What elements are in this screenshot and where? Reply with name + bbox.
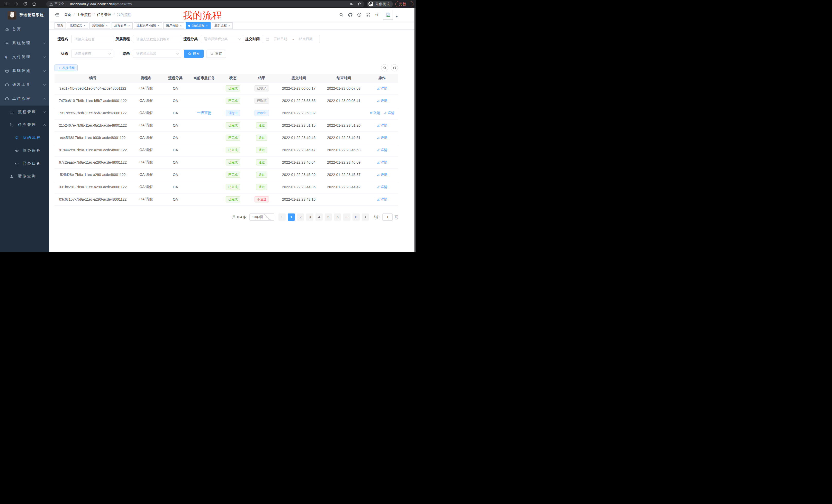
- page-button[interactable]: 11: [353, 214, 360, 221]
- prev-page-button[interactable]: [279, 214, 286, 221]
- detail-link[interactable]: 详情: [377, 197, 387, 202]
- breadcrumb-item[interactable]: 任务管理: [97, 12, 111, 17]
- url-bar[interactable]: 不安全 dashboard.yudao.iocoder.cn/bpm/task/…: [46, 1, 364, 7]
- tab-item[interactable]: 流程定义×: [67, 22, 88, 29]
- github-icon[interactable]: [348, 12, 353, 17]
- close-icon[interactable]: ×: [106, 24, 108, 27]
- bookmark-star-icon[interactable]: [357, 2, 361, 6]
- chevron-down-icon: [108, 52, 111, 55]
- start-process-button[interactable]: ＋ 发起流程: [54, 64, 78, 71]
- detail-link[interactable]: 详情: [377, 86, 387, 91]
- page-button[interactable]: 5: [325, 214, 332, 221]
- table-cell: OA 请假: [131, 181, 161, 193]
- close-icon[interactable]: ×: [128, 24, 130, 27]
- avatar[interactable]: [383, 10, 393, 20]
- sidebar-item-dashboard[interactable]: 首页: [0, 22, 49, 36]
- process-name-input[interactable]: [71, 35, 113, 43]
- tab-item[interactable]: 首页: [54, 22, 66, 29]
- password-key-icon[interactable]: [350, 2, 354, 6]
- detail-link[interactable]: 详情: [377, 148, 387, 152]
- breadcrumb-item: 我的流程: [117, 12, 131, 17]
- goto-page-input[interactable]: [382, 214, 393, 221]
- page-button[interactable]: 2: [297, 214, 304, 221]
- next-page-button[interactable]: [362, 214, 369, 221]
- close-icon[interactable]: ×: [228, 24, 230, 27]
- scrollbar[interactable]: [414, 8, 416, 252]
- actions-cell: 详情: [366, 156, 398, 169]
- tab-item[interactable]: 发起流程×: [212, 22, 233, 29]
- search-icon[interactable]: [339, 12, 343, 17]
- detail-link[interactable]: 详情: [377, 160, 387, 165]
- kebab-menu-icon[interactable]: ⋮: [408, 2, 412, 6]
- home-icon[interactable]: [32, 2, 36, 6]
- close-icon[interactable]: ×: [158, 24, 160, 27]
- sidebar-item-yen[interactable]: ¥支付管理: [0, 50, 49, 64]
- url-text[interactable]: dashboard.yudao.iocoder.cn/bpm/task/my: [70, 2, 346, 6]
- breadcrumb-item[interactable]: 工作流程: [77, 12, 91, 17]
- refresh-button[interactable]: [391, 64, 398, 72]
- sidebar-item-gear[interactable]: 系统管理: [0, 36, 49, 50]
- action-label: 取消: [373, 111, 380, 115]
- help-icon[interactable]: [357, 12, 362, 17]
- detail-link[interactable]: 详情: [377, 99, 387, 103]
- reset-button[interactable]: 重置: [206, 50, 226, 58]
- table-cell: 2022-01-22 23:46:47: [276, 144, 321, 156]
- fullscreen-icon[interactable]: [366, 12, 370, 17]
- sidebar-logo[interactable]: 芋道管理系统: [0, 8, 49, 22]
- date-start-placeholder: 开始日期: [269, 37, 291, 41]
- tab-active[interactable]: 我的流程×: [186, 22, 211, 29]
- back-icon[interactable]: [5, 2, 9, 6]
- task-link[interactable]: 一级审批: [197, 111, 211, 115]
- sidebar-item-list[interactable]: 流程管理: [0, 106, 49, 118]
- detail-link[interactable]: 详情: [377, 172, 387, 177]
- detail-link[interactable]: 详情: [377, 185, 387, 189]
- sidebar-collapse-icon[interactable]: [54, 12, 59, 17]
- breadcrumb-item[interactable]: 首页: [64, 12, 71, 17]
- page-button[interactable]: 4: [315, 214, 323, 221]
- table-cell: 2022-01-22 23:46:09: [321, 156, 366, 169]
- security-badge[interactable]: 不安全: [54, 2, 64, 6]
- reload-icon[interactable]: [23, 2, 27, 6]
- action-label: 详情: [381, 148, 387, 152]
- eye-open-icon: [15, 149, 19, 152]
- detail-link[interactable]: 详情: [377, 135, 387, 140]
- detail-link[interactable]: 详情: [377, 123, 387, 128]
- close-icon[interactable]: ×: [180, 24, 182, 27]
- forward-icon[interactable]: [14, 2, 18, 6]
- submit-time-label: 提交时间: [243, 37, 263, 41]
- sidebar-item-monitor[interactable]: 基础设施: [0, 64, 49, 78]
- page-button[interactable]: 1: [288, 214, 295, 221]
- tab-item[interactable]: 流程表单-编辑×: [134, 22, 162, 29]
- result-select[interactable]: 请选择流结果: [133, 50, 181, 58]
- sidebar-item-label: 待办任务: [23, 148, 41, 153]
- page-size-select[interactable]: 10条/页: [250, 214, 274, 221]
- sidebar-item-flow[interactable]: 任务管理: [0, 118, 49, 131]
- tab-item[interactable]: 流程表单×: [111, 22, 133, 29]
- close-icon[interactable]: ×: [206, 24, 208, 27]
- table-cell: 已完成: [218, 94, 247, 107]
- process-definition-input[interactable]: [133, 35, 181, 43]
- status-select[interactable]: 请选择状态: [71, 50, 113, 58]
- submit-time-range-picker[interactable]: 开始日期 - 结束日期: [263, 35, 320, 43]
- sidebar-item-eye-open[interactable]: 待办任务: [0, 144, 49, 157]
- sidebar-item-toolbox[interactable]: 研发工具: [0, 78, 49, 92]
- search-button[interactable]: 搜索: [184, 50, 204, 58]
- result-badge: 通过: [256, 159, 267, 165]
- sidebar-item-eye-closed[interactable]: 已办任务: [0, 157, 49, 170]
- show-search-button[interactable]: [381, 64, 388, 72]
- sidebar-item-user[interactable]: 请假查询: [0, 170, 49, 183]
- table-cell: OA 请假: [131, 169, 161, 181]
- chrome-update-button[interactable]: 更新 ⋮: [395, 1, 413, 7]
- cancel-link[interactable]: 取消: [370, 111, 380, 115]
- tab-item[interactable]: 流程模型×: [89, 22, 110, 29]
- page-button[interactable]: 3: [306, 214, 313, 221]
- close-icon[interactable]: ×: [83, 24, 86, 27]
- tab-item[interactable]: 用户分组×: [163, 22, 184, 29]
- avatar-caret-icon[interactable]: [395, 16, 398, 18]
- process-category-select[interactable]: 请选择流程分类: [201, 35, 243, 43]
- page-button[interactable]: 6: [334, 214, 341, 221]
- detail-link[interactable]: 详情: [384, 111, 394, 115]
- font-size-icon[interactable]: TT: [375, 13, 379, 17]
- sidebar-item-briefcase[interactable]: 工作流程: [0, 92, 49, 106]
- sidebar-item-robot[interactable]: 我的流程: [0, 131, 49, 144]
